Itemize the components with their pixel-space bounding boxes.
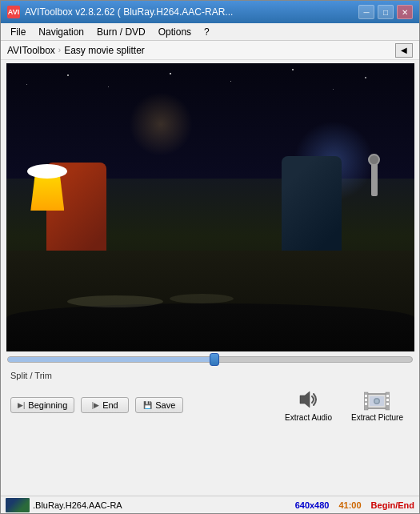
svg-rect-9	[386, 399, 389, 401]
menu-navigation[interactable]: Navigation	[32, 23, 90, 40]
status-thumbnail	[6, 498, 30, 512]
title-bar-controls: ─ □ ✕	[358, 5, 413, 19]
seekbar-thumb[interactable]	[210, 353, 219, 366]
scene-light2	[129, 92, 193, 156]
split-trim-label: Split / Trim	[10, 371, 410, 380]
menu-bar: File Navigation Burn / DVD Options ?	[1, 23, 419, 41]
status-time: 41:00	[338, 500, 361, 510]
save-button[interactable]: 💾 Save	[135, 397, 183, 413]
controls-section: Split / Trim ▶| Beginning |▶ End 💾 Save	[1, 366, 419, 432]
app-icon: AVI	[7, 6, 20, 18]
video-scene	[6, 63, 414, 351]
close-button[interactable]: ✕	[397, 5, 413, 19]
end-button[interactable]: |▶ End	[81, 397, 129, 413]
scene-person-right	[270, 92, 374, 260]
seekbar-area	[1, 351, 419, 366]
status-mode: Begin/End	[371, 500, 414, 510]
scene-reflection2	[170, 294, 234, 303]
svg-rect-5	[365, 399, 367, 401]
seekbar-fill	[8, 357, 214, 362]
breadcrumb-nav-icon[interactable]: ◀	[395, 43, 413, 58]
beginning-icon: ▶|	[18, 401, 25, 409]
status-resolution: 640x480	[295, 500, 330, 510]
svg-rect-8	[386, 395, 389, 397]
save-icon: 💾	[143, 401, 152, 409]
beginning-button[interactable]: ▶| Beginning	[10, 397, 74, 413]
speaker-icon	[296, 388, 322, 411]
svg-rect-10	[386, 403, 389, 405]
breadcrumb-current: Easy movie splitter	[64, 45, 145, 56]
controls-row: ▶| Beginning |▶ End 💾 Save	[10, 385, 410, 425]
breadcrumb-separator: ›	[58, 46, 61, 54]
extract-audio-button[interactable]: Extract Audio	[278, 385, 338, 425]
extract-picture-button[interactable]: Extract Picture	[345, 385, 410, 425]
maximize-button[interactable]: □	[378, 5, 394, 19]
seekbar-track[interactable]	[7, 356, 413, 363]
minimize-button[interactable]: ─	[358, 5, 374, 19]
svg-marker-0	[300, 392, 310, 408]
video-container[interactable]	[6, 63, 414, 351]
menu-options[interactable]: Options	[152, 23, 198, 40]
menu-help[interactable]: ?	[198, 23, 216, 40]
status-bar: .BluRay.H264.AAC-RA 640x480 41:00 Begin/…	[1, 496, 419, 513]
breadcrumb-bar: AVIToolbox › Easy movie splitter ◀	[1, 41, 419, 60]
video-frame	[6, 63, 414, 351]
svg-point-13	[375, 400, 379, 404]
title-bar: AVI AVIToolbox v2.8.2.62 ( BluRay.H264.A…	[1, 1, 419, 23]
menu-file[interactable]: File	[4, 23, 32, 40]
main-window: AVI AVIToolbox v2.8.2.62 ( BluRay.H264.A…	[0, 0, 420, 514]
scene-vehicle	[6, 303, 414, 351]
camera-icon	[364, 388, 390, 411]
breadcrumb-home: AVIToolbox	[7, 45, 55, 56]
extract-group: Extract Audio	[278, 385, 410, 425]
scene-reflection	[67, 295, 163, 307]
title-bar-text: AVIToolbox v2.8.2.62 ( BluRay.H264.AAC-R…	[25, 6, 358, 18]
svg-rect-4	[365, 395, 367, 397]
menu-burn-dvd[interactable]: Burn / DVD	[90, 23, 152, 40]
scene-person-left	[38, 106, 134, 267]
end-icon: |▶	[92, 401, 99, 409]
status-filename: .BluRay.H264.AAC-RA	[33, 500, 292, 510]
svg-rect-6	[365, 403, 367, 405]
